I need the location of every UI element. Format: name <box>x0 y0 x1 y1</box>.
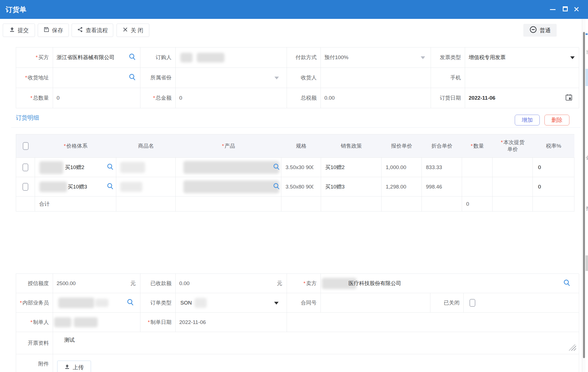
search-icon[interactable] <box>107 182 114 191</box>
close-window-icon[interactable]: ✕ <box>573 5 580 14</box>
search-icon[interactable] <box>107 163 114 172</box>
submit-button[interactable]: 提交 <box>3 24 35 37</box>
view-flow-button[interactable]: 查看流程 <box>72 24 113 37</box>
buyer-field[interactable]: 浙江省医料器械有限公司 <box>53 47 140 68</box>
product-name-cell[interactable] <box>116 158 176 177</box>
upload-icon <box>64 364 70 371</box>
redacted-text <box>58 298 94 308</box>
col-qty: *数量 <box>462 134 493 157</box>
minimize-icon[interactable] <box>550 9 556 10</box>
title-bar: 订货单 ✕ <box>0 0 588 19</box>
search-icon[interactable] <box>128 53 136 62</box>
invoice-info-textarea[interactable]: 测试 <box>53 332 579 354</box>
row-checkbox[interactable] <box>22 164 28 171</box>
order-form-window: 订货单 ✕ 提交 保存 查看流程 关 闭 普通 *买方 浙江省医料器械有限公司 … <box>0 0 588 372</box>
total-qty-cell: 0 <box>462 197 493 212</box>
qty-cell[interactable] <box>462 158 493 177</box>
order-footer-form: 授信额度 2500.00 元 已收款额 0.00 元 *卖方 医疗科技股份有限公… <box>16 273 579 372</box>
table-header-row: *价格体系 商品名 *产品 规格 销售政策 报价单价 折合单价 *数量 *本次提… <box>16 134 574 158</box>
edge-fragment-blue <box>586 33 588 35</box>
credit-limit-field[interactable]: 2500.00 元 <box>53 274 140 293</box>
product-name-cell[interactable] <box>116 177 176 197</box>
province-field[interactable] <box>176 68 287 88</box>
product-cell[interactable] <box>176 177 281 197</box>
total-tax-label: 总税额 <box>287 88 321 108</box>
row-checkbox[interactable] <box>22 183 28 191</box>
invoice-type-label: 发票类型 <box>431 47 465 68</box>
search-icon[interactable] <box>127 298 134 307</box>
upload-icon <box>9 27 15 34</box>
share-flow-icon <box>77 27 83 34</box>
contract-no-field[interactable] <box>321 293 430 313</box>
total-empty-cell <box>176 197 281 212</box>
payment-method-field[interactable]: 预付100% <box>321 47 431 68</box>
save-button[interactable]: 保存 <box>38 24 69 37</box>
seller-field[interactable]: 医疗科技股份有限公司 <box>321 274 579 293</box>
spec-cell: 3.50x80 900 <box>281 177 321 197</box>
tax-rate-cell: 0 <box>533 177 574 197</box>
sales-policy-cell: 买10赠3 <box>321 177 382 197</box>
total-qty-field[interactable]: 0 <box>53 88 140 108</box>
order-date-field[interactable]: 2022-11-06 <box>465 88 579 108</box>
invoice-type-field[interactable]: 增值税专用发票 <box>465 47 579 68</box>
shipping-address-field[interactable] <box>53 68 140 88</box>
search-icon[interactable] <box>273 163 280 172</box>
chevron-down-icon <box>274 77 279 79</box>
window-title: 订货单 <box>6 0 26 19</box>
seller-label: *卖方 <box>287 274 321 293</box>
qty-cell[interactable] <box>462 177 493 197</box>
search-icon[interactable] <box>273 182 280 191</box>
closed-label: 已关闭 <box>430 293 464 313</box>
upload-button[interactable]: 上传 <box>57 361 91 372</box>
section-divider <box>11 127 581 128</box>
creator-field[interactable] <box>53 313 140 332</box>
search-icon[interactable] <box>128 73 136 82</box>
pickup-price-cell[interactable] <box>493 158 533 177</box>
redacted-text <box>39 182 67 192</box>
received-amount-label: 已收款额 <box>140 274 176 293</box>
pickup-price-cell[interactable] <box>493 177 533 197</box>
sales-policy-cell: 买10赠2 <box>321 158 382 177</box>
total-tax-field[interactable]: 0.00 <box>321 88 431 108</box>
col-product: *产品 <box>176 134 281 157</box>
close-form-button[interactable]: 关 闭 <box>117 24 149 37</box>
consignee-field[interactable] <box>321 68 431 88</box>
chevron-down-icon <box>274 302 279 305</box>
price-system-cell[interactable]: 买10赠2 <box>35 158 116 177</box>
tax-rate-cell: 0 <box>533 158 574 177</box>
internal-salesman-field[interactable] <box>53 293 140 313</box>
redacted-text <box>180 53 193 62</box>
select-all-checkbox[interactable] <box>23 142 29 150</box>
redacted-text <box>195 298 207 308</box>
spec-cell: 3.50x30 900 <box>281 158 321 177</box>
redacted-text <box>95 299 108 307</box>
total-empty-cell <box>116 197 176 212</box>
mobile-field[interactable] <box>465 68 579 88</box>
maximize-icon[interactable] <box>563 6 568 11</box>
redacted-text <box>54 317 71 327</box>
product-cell[interactable] <box>176 158 281 177</box>
resize-handle-icon[interactable] <box>569 345 576 351</box>
closed-checkbox[interactable] <box>470 299 475 307</box>
order-type-field[interactable]: SON <box>176 293 287 313</box>
delete-row-button[interactable]: 删除 <box>544 115 569 125</box>
row-checkbox-cell <box>16 158 35 177</box>
col-converted-price: 折合单价 <box>422 134 462 157</box>
total-label-cell: 合计 <box>35 197 116 212</box>
mobile-label: 手机 <box>431 68 465 88</box>
scrollbar-thumb[interactable] <box>583 32 585 358</box>
search-icon[interactable] <box>563 279 571 288</box>
create-date-field[interactable]: 2022-11-06 <box>176 313 287 332</box>
contract-no-label: 合同号 <box>287 293 321 313</box>
calendar-icon[interactable] <box>565 94 573 103</box>
creator-label: *制单人 <box>16 313 53 332</box>
mode-button[interactable]: 普通 <box>523 24 557 37</box>
price-system-cell[interactable]: 买10赠3 <box>35 177 116 197</box>
order-date-label: 订货日期 <box>431 88 465 108</box>
add-row-button[interactable]: 增加 <box>515 115 540 125</box>
total-amount-field[interactable]: 0 <box>176 88 287 108</box>
col-quote-price: 报价单价 <box>382 134 422 157</box>
received-amount-field[interactable]: 0.00 元 <box>176 274 287 293</box>
orderer-field[interactable] <box>176 47 287 68</box>
attachment-field: 上传 <box>53 354 579 372</box>
